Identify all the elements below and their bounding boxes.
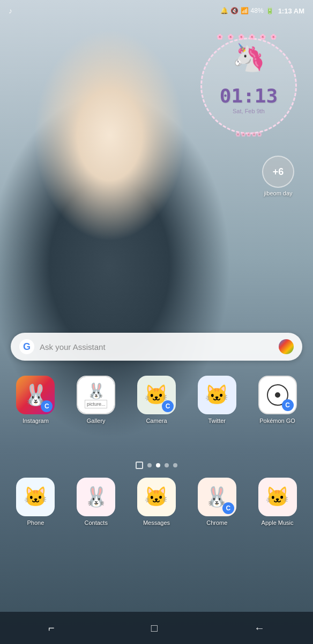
app-instagram[interactable]: 🐰 C Instagram — [9, 376, 62, 425]
pokemon-icon: C — [258, 376, 297, 414]
alarm-icon: 🔔 — [220, 7, 228, 14]
messages-icon: 🐱 — [137, 478, 176, 516]
app-phone[interactable]: 🐱 Phone — [9, 478, 62, 526]
bottom-nav: ⌐ □ ← — [0, 612, 313, 644]
phone-screen: ♪ 🔔 🔇 📶 48% 🔋 1:13 AM 🦄 01:13 Sat, Feb 9… — [0, 0, 313, 644]
pokemon-label: Pokémon GO — [259, 418, 295, 425]
page-dot-2 — [156, 463, 160, 467]
flowers-decoration: 🌸🌸🌸🌸🌸 — [235, 132, 262, 137]
home-dot-icon — [136, 462, 143, 469]
apple-music-label: Apple Music — [262, 519, 294, 526]
phone-icon: 🐱 — [16, 478, 55, 516]
clock-circle: 🦄 01:13 Sat, Feb 9th 🌸🌸🌸🌸🌸 — [200, 38, 297, 134]
app-grid-row1: 🐰 C Instagram 🐰 picture... Gallery 🐱 C — [0, 370, 313, 430]
plus-button-container[interactable]: +6 jibeom day — [262, 156, 294, 196]
page-dot-3 — [165, 463, 169, 467]
instagram-icon: 🐰 C — [16, 376, 55, 414]
mute-icon: 🔇 — [230, 7, 239, 14]
app-pokemon[interactable]: C Pokémon GO — [251, 376, 304, 425]
plus-button-label: jibeom day — [264, 190, 292, 196]
camera-overlay: C — [162, 400, 174, 412]
recent-button[interactable]: ← — [243, 618, 275, 639]
battery-icon: 🔋 — [266, 7, 274, 14]
google-icon: G — [19, 339, 34, 354]
app-gallery[interactable]: 🐰 picture... Gallery — [69, 376, 123, 425]
back-button[interactable]: ⌐ — [38, 618, 65, 639]
app-messages[interactable]: 🐱 Messages — [130, 478, 183, 526]
instagram-overlay: C — [41, 400, 53, 412]
chrome-label: Chrome — [206, 519, 227, 526]
pokemon-overlay: C — [282, 399, 294, 411]
twitter-icon: 🐱 — [198, 376, 236, 414]
unicorn-decoration: 🦄 — [232, 42, 265, 73]
gallery-label: Gallery — [87, 418, 106, 425]
music-note-icon: ♪ — [9, 6, 12, 15]
contacts-icon: 🐰 — [77, 478, 115, 516]
assistant-icon[interactable] — [279, 339, 294, 354]
search-placeholder: Ask your Assistant — [40, 342, 273, 352]
page-dot-4 — [173, 463, 177, 467]
page-dots — [136, 462, 177, 469]
clock-date: Sat, Feb 9th — [233, 108, 265, 114]
app-twitter[interactable]: 🐱 Twitter — [190, 376, 244, 425]
status-icons: 🔔 🔇 📶 48% 🔋 1:13 AM — [220, 7, 304, 15]
gallery-text: picture... — [85, 400, 108, 408]
gallery-art: 🐰 picture... — [78, 377, 114, 413]
clock-time: 01:13 — [220, 85, 278, 107]
status-time: 1:13 AM — [278, 7, 304, 15]
clock-widget: 🦄 01:13 Sat, Feb 9th 🌸🌸🌸🌸🌸 — [195, 32, 302, 140]
status-bar: ♪ 🔔 🔇 📶 48% 🔋 1:13 AM — [0, 0, 313, 21]
app-contacts[interactable]: 🐰 Contacts — [69, 478, 123, 526]
instagram-label: Instagram — [23, 418, 49, 425]
apple-music-icon: 🐱 — [258, 478, 297, 516]
home-button[interactable]: □ — [140, 618, 168, 639]
phone-label: Phone — [27, 519, 44, 526]
app-chrome[interactable]: 🐰 C Chrome — [190, 478, 244, 526]
app-camera[interactable]: 🐱 C Camera — [130, 376, 183, 425]
gallery-icon: 🐰 picture... — [77, 376, 115, 414]
chrome-icon: 🐰 C — [198, 478, 236, 516]
camera-label: Camera — [146, 418, 167, 425]
camera-icon: 🐱 C — [137, 376, 176, 414]
twitter-label: Twitter — [208, 418, 226, 425]
signal-icon: 📶 — [241, 7, 249, 14]
battery-level: 48% — [251, 7, 264, 14]
contacts-label: Contacts — [84, 519, 107, 526]
app-grid-row2: 🐱 Phone 🐰 Contacts 🐱 Messages — [0, 472, 313, 532]
app-apple-music[interactable]: 🐱 Apple Music — [251, 478, 304, 526]
plus-button[interactable]: +6 — [262, 156, 294, 188]
search-bar[interactable]: G Ask your Assistant — [11, 333, 302, 361]
chrome-overlay: C — [222, 502, 234, 514]
page-dot-1 — [147, 463, 152, 467]
messages-label: Messages — [143, 519, 170, 526]
